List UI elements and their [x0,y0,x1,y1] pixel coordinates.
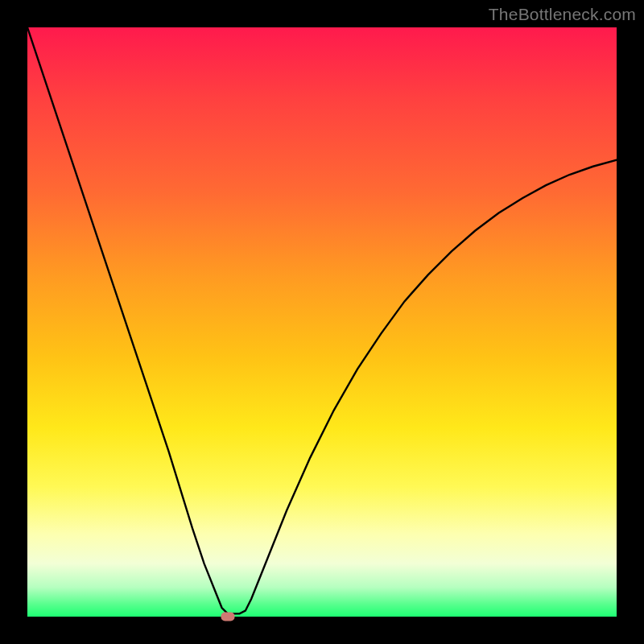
plot-area [27,27,617,617]
chart-frame: TheBottleneck.com [0,0,644,644]
watermark-text: TheBottleneck.com [489,5,636,24]
optimal-point-marker [221,613,234,621]
bottleneck-curve [27,27,617,613]
curve-svg [27,27,617,617]
